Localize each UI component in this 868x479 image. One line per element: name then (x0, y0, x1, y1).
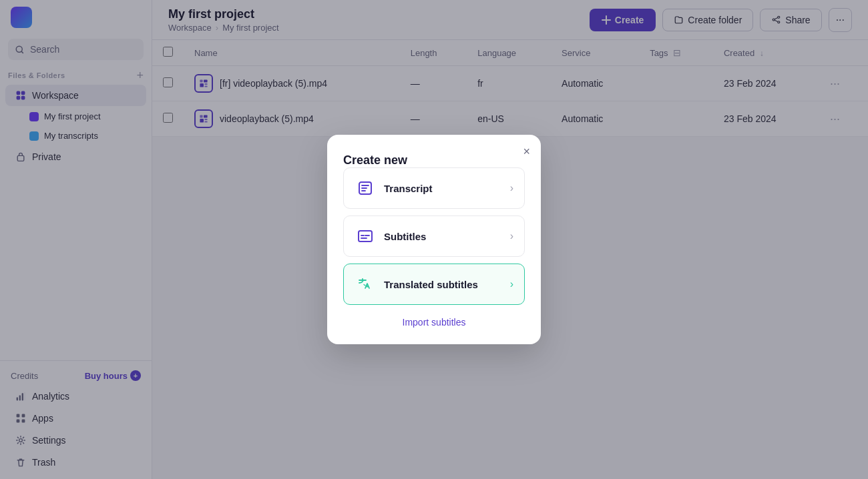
modal-option-left-subtitles: Subtitles (355, 225, 426, 247)
subtitles-icon (355, 225, 376, 247)
modal-option-subtitles[interactable]: Subtitles › (343, 215, 525, 257)
transcript-chevron-icon: › (510, 182, 513, 194)
modal-option-translated-subtitles[interactable]: Translated subtitles › (343, 264, 525, 305)
translated-chevron-icon: › (510, 278, 513, 290)
translated-subtitles-icon (355, 274, 376, 295)
close-icon: × (523, 145, 530, 158)
import-subtitles-button[interactable]: Import subtitles (343, 317, 525, 328)
transcript-icon (355, 177, 376, 199)
svg-rect-29 (359, 231, 372, 242)
modal-title: Create new (343, 153, 407, 167)
modal-option-transcript[interactable]: Transcript › (343, 167, 525, 209)
subtitles-option-label: Subtitles (384, 231, 426, 242)
modal-option-left-translated: Translated subtitles (355, 274, 478, 295)
create-new-modal: Create new × Transcript › (327, 135, 541, 344)
modal-option-left-transcript: Transcript (355, 177, 433, 199)
translated-subtitles-option-label: Translated subtitles (384, 279, 478, 290)
modal-overlay[interactable]: Create new × Transcript › (0, 0, 868, 479)
subtitles-chevron-icon: › (510, 230, 513, 242)
transcript-option-label: Transcript (384, 183, 433, 194)
modal-close-button[interactable]: × (523, 145, 530, 157)
